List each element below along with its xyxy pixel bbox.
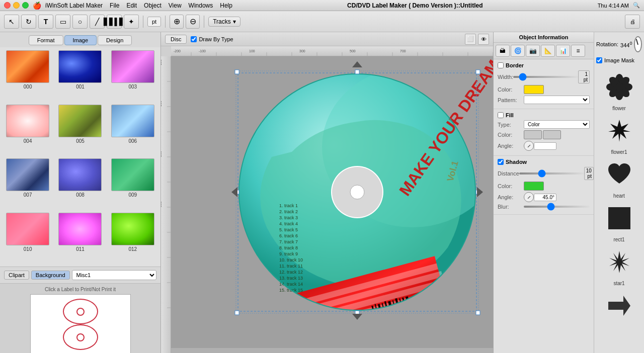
menu-object[interactable]: Object bbox=[144, 2, 162, 9]
tab-design[interactable]: Design bbox=[98, 35, 132, 45]
obj-tab-4[interactable]: 📐 bbox=[541, 45, 555, 57]
border-checkbox[interactable] bbox=[498, 62, 504, 68]
list-item[interactable]: 007 bbox=[3, 158, 52, 210]
list-item[interactable]: 008 bbox=[55, 158, 105, 210]
minimize-button[interactable] bbox=[13, 2, 20, 9]
shadow-angle-control[interactable] bbox=[524, 192, 534, 202]
print-button[interactable]: 🖨 bbox=[625, 15, 640, 29]
thumb-006[interactable] bbox=[111, 105, 154, 137]
tab-background[interactable]: Background bbox=[31, 271, 70, 280]
tab-format[interactable]: Format bbox=[29, 35, 63, 45]
border-color-label: Color: bbox=[498, 86, 524, 93]
shape-flower[interactable]: flower bbox=[599, 69, 639, 111]
list-item[interactable]: 006 bbox=[108, 105, 157, 156]
shadow-blur-label: Blur: bbox=[498, 204, 524, 210]
traffic-lights[interactable] bbox=[4, 2, 29, 9]
obj-tab-2[interactable]: 🌀 bbox=[511, 45, 525, 57]
pattern-dropdown[interactable] bbox=[524, 96, 590, 104]
tab-image[interactable]: Image bbox=[64, 35, 97, 45]
menu-help[interactable]: Help bbox=[220, 2, 232, 9]
shape-rect1[interactable]: rect1 bbox=[599, 201, 639, 242]
search-icon[interactable]: 🔍 bbox=[633, 2, 640, 9]
obj-tab-3[interactable]: 📷 bbox=[526, 45, 540, 57]
thumb-012[interactable] bbox=[111, 213, 154, 245]
disc-button[interactable]: Disc bbox=[165, 35, 187, 44]
width-slider[interactable] bbox=[513, 76, 578, 78]
thumb-008[interactable] bbox=[58, 158, 102, 191]
menu-appname[interactable]: iWinSoft Label Maker bbox=[45, 2, 103, 9]
shadow-checkbox[interactable] bbox=[498, 159, 504, 165]
thumb-000[interactable] bbox=[6, 50, 49, 83]
shadow-blur-slider[interactable] bbox=[524, 206, 590, 208]
thumb-004[interactable] bbox=[6, 105, 49, 137]
shadow-color-swatch[interactable] bbox=[524, 182, 544, 191]
draw-by-type-checkbox[interactable] bbox=[191, 36, 197, 42]
label-001: 001 bbox=[76, 84, 85, 90]
menu-edit[interactable]: Edit bbox=[126, 2, 137, 9]
tab-clipart[interactable]: Clipart bbox=[4, 271, 29, 280]
obj-tab-1[interactable]: 🏔 bbox=[496, 45, 510, 57]
shadow-angle-row: Angle: bbox=[498, 192, 590, 202]
shadow-section: Shadow Distance 10 pt Color: Angle: bbox=[494, 156, 594, 215]
shadow-distance-slider[interactable] bbox=[519, 172, 584, 174]
shape-star1[interactable]: star1 bbox=[599, 244, 639, 286]
thumb-011[interactable] bbox=[58, 213, 102, 245]
shadow-angle-input[interactable] bbox=[534, 194, 556, 201]
fill-angle-value[interactable] bbox=[534, 142, 556, 150]
zoom-in-button[interactable]: ⊕ bbox=[170, 15, 184, 29]
list-item[interactable]: 009 bbox=[108, 158, 157, 210]
thumb-009[interactable] bbox=[111, 158, 154, 191]
preview-disc-top[interactable] bbox=[63, 299, 98, 324]
thumb-007[interactable] bbox=[6, 158, 49, 191]
thumb-005[interactable] bbox=[58, 105, 102, 137]
menu-file[interactable]: File bbox=[110, 2, 119, 9]
view-btn-1[interactable]: ⬜ bbox=[465, 34, 476, 45]
fill-checkbox[interactable] bbox=[498, 112, 504, 118]
thumb-003[interactable] bbox=[111, 50, 154, 83]
list-item[interactable]: 011 bbox=[55, 213, 105, 264]
menu-bar[interactable]: iWinSoft Label Maker File Edit Object Vi… bbox=[45, 2, 232, 9]
shape-arrow[interactable] bbox=[599, 288, 639, 324]
line-tool[interactable]: ╱ bbox=[90, 15, 105, 29]
close-button[interactable] bbox=[4, 2, 11, 9]
obj-tab-5[interactable]: 📊 bbox=[556, 45, 570, 57]
tracks-dropdown[interactable]: Tracks ▾ bbox=[208, 17, 240, 27]
fill-color-swatch-2[interactable] bbox=[543, 130, 561, 139]
list-item[interactable]: 001 bbox=[55, 50, 105, 102]
rotate-tool[interactable]: ↻ bbox=[21, 15, 36, 29]
canvas-content[interactable]: MAKE YOUR DREAM Vol.1 1. track 1 2. trac… bbox=[171, 56, 493, 348]
barcode-tool[interactable]: ▋▋▌▋ bbox=[107, 15, 122, 29]
menu-windows[interactable]: Windows bbox=[189, 2, 213, 9]
list-item[interactable]: 012 bbox=[108, 213, 157, 264]
rect-tool[interactable]: ▭ bbox=[55, 15, 70, 29]
list-item[interactable]: 003 bbox=[108, 50, 157, 102]
stamp-tool[interactable]: ✦ bbox=[124, 15, 139, 29]
fill-angle-control[interactable] bbox=[524, 141, 534, 151]
image-mask-checkbox[interactable] bbox=[596, 57, 602, 63]
border-label: Border bbox=[506, 62, 524, 68]
shape-heart[interactable]: heart bbox=[599, 157, 639, 199]
ellipse-tool[interactable]: ○ bbox=[72, 15, 88, 29]
fill-type-dropdown[interactable]: Color bbox=[524, 120, 590, 129]
obj-tab-6[interactable]: ≡ bbox=[571, 45, 585, 57]
border-color-swatch[interactable] bbox=[524, 85, 544, 94]
label-010: 010 bbox=[24, 246, 32, 252]
view-btn-2[interactable]: 👁 bbox=[478, 34, 489, 45]
preview-disc-bottom[interactable] bbox=[63, 324, 98, 350]
maximize-button[interactable] bbox=[22, 2, 29, 9]
list-item[interactable]: 004 bbox=[3, 105, 52, 156]
fill-color-swatch-1[interactable] bbox=[524, 130, 542, 139]
shape-flower1[interactable]: flower1 bbox=[599, 113, 639, 155]
text-tool[interactable]: T bbox=[38, 15, 53, 29]
list-item[interactable]: 005 bbox=[55, 105, 105, 156]
thumb-001[interactable] bbox=[58, 50, 102, 83]
menu-view[interactable]: View bbox=[169, 2, 182, 9]
select-tool[interactable]: ↖ bbox=[4, 15, 19, 29]
list-item[interactable]: 010 bbox=[3, 213, 52, 264]
zoom-out-button[interactable]: ⊖ bbox=[186, 15, 200, 29]
thumb-010[interactable] bbox=[6, 213, 49, 245]
unit-selector[interactable]: pt bbox=[147, 17, 161, 27]
rotation-dial[interactable] bbox=[634, 36, 642, 52]
list-item[interactable]: 000 bbox=[3, 50, 52, 102]
misc-dropdown[interactable]: Misc1 bbox=[72, 270, 156, 280]
